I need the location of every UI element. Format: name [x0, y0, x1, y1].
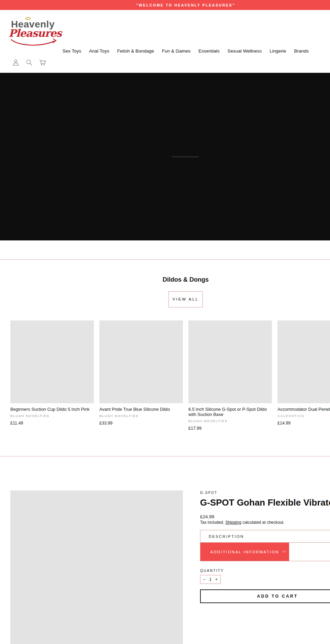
nav-item-lingerie[interactable]: Lingerie	[270, 48, 286, 54]
add-to-cart-label: ADD TO CART	[257, 594, 298, 599]
product-image	[99, 320, 183, 403]
product-image	[10, 320, 94, 403]
tab-description[interactable]: DESCRIPTION	[200, 530, 330, 543]
page: "WELCOME TO HEAVENLY PLEASURES" Heavenly…	[0, 0, 330, 644]
logo-word-pleasures: Pleasures	[9, 27, 62, 39]
nav-item-brands[interactable]: Brands	[294, 48, 309, 54]
store-logo[interactable]: Heavenly Pleasures	[11, 18, 83, 47]
header-icons	[11, 58, 47, 67]
quantity-input[interactable]	[208, 577, 213, 582]
add-to-cart-button[interactable]: ADD TO CART	[200, 589, 330, 603]
logo-swash-icon	[10, 38, 65, 49]
view-all-label: VIEW ALL	[173, 297, 199, 302]
view-all-button[interactable]: VIEW ALL	[168, 291, 203, 307]
product-image	[188, 320, 272, 403]
product-title: 6.5 Inch Silicone G-Spot or P-Spot Dildo…	[188, 407, 272, 417]
nav-item-fetish-bondage[interactable]: Fetish & Bondage	[117, 48, 154, 54]
nav-item-essentials[interactable]: Essentials	[198, 48, 220, 54]
product-card[interactable]: 6.5 Inch Silicone G-Spot or P-Spot Dildo…	[188, 320, 272, 431]
announcement-text: "WELCOME TO HEAVENLY PLEASURES"	[136, 3, 235, 7]
detail-price: £24.99	[200, 514, 214, 519]
product-price: £17.99	[188, 426, 272, 431]
detail-vendor-label: G-SPOT	[200, 491, 330, 495]
product-title: Avant Pride True Blue Silicone Dildo	[99, 407, 183, 412]
nav-item-fun-games[interactable]: Fun & Games	[162, 48, 190, 54]
product-image	[277, 320, 330, 403]
quantity-stepper: − +	[200, 575, 221, 584]
tax-suffix: calculated at checkout.	[241, 520, 284, 525]
nav-item-anal-toys[interactable]: Anal Toys	[89, 48, 109, 54]
tax-prefix: Tax included.	[200, 520, 225, 525]
product-vendor: BLUSH NOVELTIES	[10, 414, 94, 418]
search-icon[interactable]	[25, 58, 34, 67]
product-vendor: BLUSH NOVELTIES	[188, 419, 272, 423]
collection-title: Dildos & Dongs	[0, 276, 330, 283]
main-nav: Sex Toys Anal Toys Fetish & Bondage Fun …	[0, 48, 330, 54]
product-price: £14.99	[277, 421, 330, 426]
product-price: £11.49	[10, 421, 94, 426]
product-vendor: CALEXOTICS	[277, 414, 330, 418]
product-title: Accommodator Dual Penetra	[277, 407, 330, 412]
product-detail-image[interactable]	[10, 490, 183, 644]
quantity-increase-button[interactable]: +	[215, 577, 218, 581]
tab-additional-information-label: ADDITIONAL INFORMATION	[210, 549, 279, 555]
chevron-down-icon	[282, 550, 287, 553]
quantity-decrease-button[interactable]: −	[203, 577, 206, 581]
section-divider	[0, 259, 330, 260]
nav-item-sex-toys[interactable]: Sex Toys	[63, 48, 81, 54]
hero-loading-dash	[172, 156, 199, 157]
detail-tax-note: Tax included. Shipping calculated at che…	[200, 520, 285, 525]
product-card[interactable]: Avant Pride True Blue Silicone Dildo BLU…	[99, 320, 183, 426]
tab-additional-information-active: ADDITIONAL INFORMATION	[200, 543, 289, 561]
detail-product-title: G-SPOT Gohan Flexible Vibrator	[200, 497, 330, 508]
tab-description-label: DESCRIPTION	[209, 534, 244, 539]
quantity-label: QUANTITY	[200, 568, 224, 573]
product-card[interactable]: Accommodator Dual Penetra CALEXOTICS £14…	[277, 320, 330, 426]
product-detail: G-SPOT G-SPOT Gohan Flexible Vibrator £2…	[200, 491, 330, 495]
product-title: Beginners Suction Cup Dildo 5 Inch Pink	[10, 407, 94, 412]
announcement-bar: "WELCOME TO HEAVENLY PLEASURES"	[0, 0, 330, 10]
account-icon[interactable]	[11, 58, 20, 67]
hero-media	[0, 73, 330, 240]
nav-item-sexual-wellness[interactable]: Sexual Wellness	[228, 48, 262, 54]
shipping-link[interactable]: Shipping	[225, 520, 241, 525]
product-price: £33.99	[99, 421, 183, 426]
cart-icon[interactable]	[38, 58, 47, 67]
product-card[interactable]: Beginners Suction Cup Dildo 5 Inch Pink …	[10, 320, 94, 426]
product-vendor: BLUSH NOVELTIES	[99, 414, 183, 418]
section-divider	[0, 456, 330, 456]
tab-additional-information[interactable]: ADDITIONAL INFORMATION	[200, 543, 330, 561]
